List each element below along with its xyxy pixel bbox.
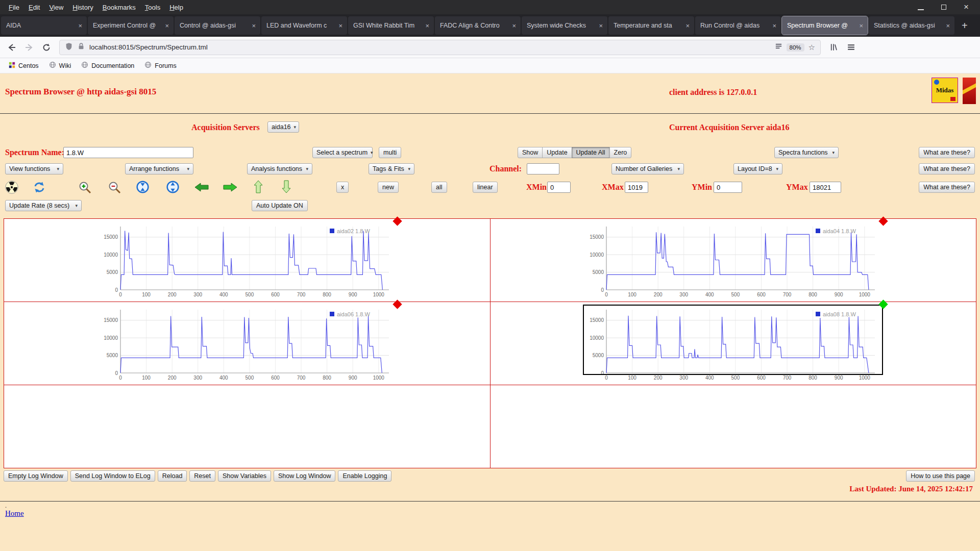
- tab-aida[interactable]: AIDA×: [1, 16, 87, 35]
- maximize-icon[interactable]: [941, 5, 946, 10]
- channel-input[interactable]: [527, 163, 559, 174]
- tab-close-icon[interactable]: ×: [597, 22, 604, 30]
- refresh-icon[interactable]: [33, 181, 46, 196]
- menu-help[interactable]: Help: [165, 2, 188, 13]
- home-link[interactable]: Home: [5, 509, 24, 518]
- how-to-use-button[interactable]: How to use this page: [906, 470, 975, 482]
- acquisition-server-select[interactable]: aida16▾: [267, 121, 299, 133]
- gsi-fair-logo[interactable]: [963, 78, 976, 104]
- new-tab-button[interactable]: +: [955, 20, 974, 32]
- enable-logging-button[interactable]: Enable Logging: [338, 470, 391, 482]
- spectrum-chart-aida04[interactable]: 0500010000150000100200300400500600700800…: [583, 221, 883, 299]
- spectrum-name-input[interactable]: [63, 147, 193, 158]
- tab-close-icon[interactable]: ×: [424, 22, 431, 30]
- xmax-input[interactable]: [625, 182, 648, 193]
- spectra-functions-select[interactable]: Spectra functions▾: [774, 147, 839, 158]
- all-button[interactable]: all: [431, 182, 447, 193]
- spectrum-chart-aida02[interactable]: 0500010000150000100200300400500600700800…: [97, 221, 397, 299]
- layout-id-select[interactable]: Layout ID=8▾: [733, 163, 782, 174]
- tab-led-waveform[interactable]: LED and Waveform c×: [261, 16, 347, 35]
- lock-icon[interactable]: [77, 42, 85, 53]
- bookmark-centos[interactable]: Centos: [4, 60, 43, 71]
- shield-icon[interactable]: [65, 42, 73, 53]
- show-variables-button[interactable]: Show Variables: [218, 470, 271, 482]
- select-spectrum-select[interactable]: Select a spectrum▾: [312, 147, 373, 158]
- bookmark-documentation[interactable]: Documentation: [77, 60, 139, 71]
- multi-button[interactable]: multi: [379, 147, 401, 158]
- bookmark-forums[interactable]: Forums: [140, 60, 181, 71]
- send-log-button[interactable]: Send Log Window to ELog: [70, 470, 155, 482]
- reload-button[interactable]: Reload: [158, 470, 187, 482]
- tab-run-control[interactable]: Run Control @ aidas×: [695, 16, 781, 35]
- tab-fadc-align[interactable]: FADC Align & Contro×: [435, 16, 521, 35]
- arrange-functions-select[interactable]: Arrange functions▾: [125, 163, 193, 174]
- tab-system-checks[interactable]: System wide Checks×: [522, 16, 607, 35]
- tab-close-icon[interactable]: ×: [684, 22, 691, 30]
- tab-statistics[interactable]: Statistics @ aidas-gsi×: [869, 16, 954, 35]
- gallery-cell-aida04[interactable]: 0500010000150000100200300400500600700800…: [490, 219, 976, 302]
- tab-close-icon[interactable]: ×: [77, 22, 84, 30]
- analysis-functions-select[interactable]: Analysis functions▾: [247, 163, 312, 174]
- tab-spectrum-browser[interactable]: Spectrum Browser @×: [782, 16, 868, 35]
- view-functions-select[interactable]: View functions▾: [5, 163, 63, 174]
- ymax-input[interactable]: [810, 182, 841, 193]
- what-are-these-button-2[interactable]: What are these?: [919, 163, 975, 174]
- back-icon[interactable]: [4, 40, 19, 55]
- tab-white-rabbit[interactable]: GSI White Rabbit Tim×: [348, 16, 434, 35]
- gallery-cell-aida08[interactable]: 0500010000150000100200300400500600700800…: [490, 302, 976, 385]
- menu-view[interactable]: View: [44, 2, 68, 13]
- zoom-level-chip[interactable]: 80%: [787, 43, 804, 52]
- menu-file[interactable]: File: [4, 2, 24, 13]
- menu-bookmarks[interactable]: Bookmarks: [98, 2, 140, 13]
- zero-button[interactable]: Zero: [609, 147, 632, 158]
- tab-close-icon[interactable]: ×: [510, 22, 518, 30]
- tab-close-icon[interactable]: ×: [337, 22, 344, 30]
- tab-close-icon[interactable]: ×: [163, 22, 170, 30]
- shrink-y-icon[interactable]: [136, 181, 149, 195]
- menu-history[interactable]: History: [68, 2, 97, 13]
- zoom-out-icon[interactable]: [108, 181, 121, 196]
- gallery-cell-aida02[interactable]: 0500010000150000100200300400500600700800…: [4, 219, 491, 302]
- bookmark-star-icon[interactable]: ☆: [808, 43, 815, 52]
- show-log-button[interactable]: Show Log Window: [274, 470, 336, 482]
- tab-experiment-control[interactable]: Experiment Control @×: [88, 16, 174, 35]
- arrow-right-icon[interactable]: [223, 182, 238, 194]
- tab-temperature[interactable]: Temperature and sta×: [608, 16, 694, 35]
- linear-button[interactable]: linear: [473, 182, 498, 193]
- gallery-cell-empty-2[interactable]: [490, 385, 976, 468]
- menu-edit[interactable]: Edit: [24, 2, 44, 13]
- tab-close-icon[interactable]: ×: [771, 22, 778, 30]
- what-are-these-button-1[interactable]: What are these?: [919, 147, 975, 158]
- reader-mode-icon[interactable]: [775, 42, 782, 52]
- url-bar[interactable]: localhost:8015/Spectrum/Spectrum.tml 80%…: [59, 40, 821, 55]
- menu-hamburger-icon[interactable]: [843, 40, 859, 55]
- arrow-left-icon[interactable]: [194, 182, 209, 194]
- update-all-button[interactable]: Update All: [572, 147, 610, 158]
- bookmark-wiki[interactable]: Wiki: [44, 60, 76, 71]
- number-of-galleries-select[interactable]: Number of Galleries▾: [611, 163, 684, 174]
- tags-fits-select[interactable]: Tags & Fits▾: [369, 163, 414, 174]
- ymin-input[interactable]: [714, 182, 742, 193]
- close-icon[interactable]: ×: [964, 4, 969, 10]
- arrow-up-icon[interactable]: [253, 180, 263, 196]
- spectrum-chart-aida08[interactable]: 0500010000150000100200300400500600700800…: [583, 305, 883, 382]
- x-axis-button[interactable]: x: [336, 182, 349, 193]
- gallery-cell-aida06[interactable]: 0500010000150000100200300400500600700800…: [4, 302, 491, 385]
- new-button[interactable]: new: [378, 182, 399, 193]
- spectrum-chart-aida06[interactable]: 0500010000150000100200300400500600700800…: [97, 305, 397, 382]
- auto-update-button[interactable]: Auto Update ON: [252, 200, 308, 211]
- zoom-in-icon[interactable]: [78, 181, 92, 196]
- tab-close-icon[interactable]: ×: [250, 22, 257, 30]
- update-button[interactable]: Update: [542, 147, 572, 158]
- minimize-icon[interactable]: [918, 4, 924, 10]
- reset-button[interactable]: Reset: [189, 470, 215, 482]
- url-text[interactable]: localhost:8015/Spectrum/Spectrum.tml: [89, 43, 771, 51]
- menu-tools[interactable]: Tools: [140, 2, 165, 13]
- tab-control[interactable]: Control @ aidas-gsi×: [175, 16, 260, 35]
- show-button[interactable]: Show: [518, 147, 543, 158]
- radiation-icon[interactable]: [5, 181, 18, 196]
- save-page-icon[interactable]: [826, 40, 841, 55]
- xmin-input[interactable]: [547, 182, 571, 193]
- what-are-these-button-3[interactable]: What are these?: [919, 182, 975, 193]
- forward-icon[interactable]: [21, 40, 37, 55]
